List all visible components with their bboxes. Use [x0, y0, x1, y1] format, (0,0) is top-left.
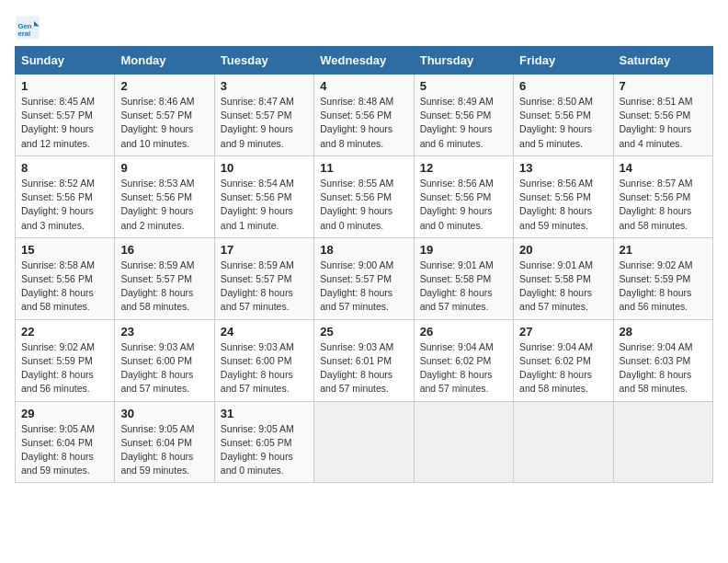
day-info: Sunrise: 8:55 AMSunset: 5:56 PMDaylight:… [320, 178, 393, 231]
calendar-cell: 24 Sunrise: 9:03 AMSunset: 6:00 PMDaylig… [214, 319, 313, 401]
calendar-cell: 20 Sunrise: 9:01 AMSunset: 5:58 PMDaylig… [514, 237, 613, 319]
calendar-cell [613, 401, 712, 483]
calendar-cell: 1 Sunrise: 8:45 AMSunset: 5:57 PMDayligh… [16, 75, 115, 156]
day-info: Sunrise: 9:03 AMSunset: 6:00 PMDaylight:… [120, 341, 194, 395]
day-info: Sunrise: 8:51 AMSunset: 5:56 PMDaylight:… [620, 96, 693, 149]
day-number: 6 [519, 79, 607, 93]
day-info: Sunrise: 9:03 AMSunset: 6:01 PMDaylight:… [320, 341, 393, 395]
day-number: 17 [221, 243, 308, 257]
calendar-header-row: SundayMondayTuesdayWednesdayThursdayFrid… [16, 47, 713, 75]
calendar-cell: 3 Sunrise: 8:47 AMSunset: 5:57 PMDayligh… [214, 75, 313, 156]
calendar-week-3: 15 Sunrise: 8:58 AMSunset: 5:56 PMDaylig… [16, 237, 713, 319]
calendar-cell: 23 Sunrise: 9:03 AMSunset: 6:00 PMDaylig… [115, 319, 214, 401]
svg-text:eral: eral [18, 29, 31, 38]
day-info: Sunrise: 9:01 AMSunset: 5:58 PMDaylight:… [420, 259, 494, 313]
calendar-cell: 31 Sunrise: 9:05 AMSunset: 6:05 PMDaylig… [214, 401, 313, 483]
day-number: 23 [120, 325, 208, 339]
calendar-cell: 18 Sunrise: 9:00 AMSunset: 5:57 PMDaylig… [314, 237, 414, 319]
day-number: 28 [620, 325, 707, 339]
calendar-cell: 4 Sunrise: 8:48 AMSunset: 5:56 PMDayligh… [314, 75, 414, 156]
calendar-cell: 9 Sunrise: 8:53 AMSunset: 5:56 PMDayligh… [115, 155, 214, 237]
day-info: Sunrise: 8:53 AMSunset: 5:56 PMDaylight:… [120, 178, 194, 231]
calendar-cell: 25 Sunrise: 9:03 AMSunset: 6:01 PMDaylig… [314, 319, 414, 401]
day-number: 27 [519, 325, 607, 339]
day-info: Sunrise: 8:46 AMSunset: 5:57 PMDaylight:… [120, 96, 194, 149]
calendar-week-5: 29 Sunrise: 9:05 AMSunset: 6:04 PMDaylig… [16, 401, 713, 483]
day-number: 4 [320, 79, 407, 93]
calendar-cell: 15 Sunrise: 8:58 AMSunset: 5:56 PMDaylig… [16, 237, 115, 319]
day-info: Sunrise: 8:47 AMSunset: 5:57 PMDaylight:… [221, 96, 294, 149]
day-info: Sunrise: 8:58 AMSunset: 5:56 PMDaylight:… [21, 259, 95, 313]
day-info: Sunrise: 8:57 AMSunset: 5:56 PMDaylight:… [620, 178, 693, 231]
day-info: Sunrise: 9:01 AMSunset: 5:58 PMDaylight:… [519, 259, 593, 313]
day-number: 16 [120, 243, 208, 257]
weekday-header-sunday: Sunday [16, 47, 115, 75]
day-info: Sunrise: 8:45 AMSunset: 5:57 PMDaylight:… [21, 96, 95, 149]
day-info: Sunrise: 9:04 AMSunset: 6:02 PMDaylight:… [420, 341, 494, 395]
day-info: Sunrise: 9:04 AMSunset: 6:03 PMDaylight:… [620, 341, 693, 395]
day-number: 13 [519, 161, 607, 175]
calendar-cell: 14 Sunrise: 8:57 AMSunset: 5:56 PMDaylig… [613, 155, 712, 237]
weekday-header-wednesday: Wednesday [314, 47, 414, 75]
logo-icon: Gen eral [15, 15, 40, 40]
calendar-cell [414, 401, 513, 483]
day-info: Sunrise: 8:54 AMSunset: 5:56 PMDaylight:… [221, 178, 294, 231]
day-number: 1 [21, 79, 108, 93]
day-number: 19 [420, 243, 507, 257]
day-number: 22 [21, 325, 108, 339]
weekday-header-monday: Monday [115, 47, 214, 75]
weekday-header-thursday: Thursday [414, 47, 513, 75]
weekday-header-friday: Friday [514, 47, 613, 75]
day-info: Sunrise: 9:05 AMSunset: 6:04 PMDaylight:… [21, 423, 95, 477]
day-number: 20 [519, 243, 607, 257]
calendar-cell: 21 Sunrise: 9:02 AMSunset: 5:59 PMDaylig… [613, 237, 712, 319]
day-info: Sunrise: 8:50 AMSunset: 5:56 PMDaylight:… [519, 96, 593, 149]
calendar-cell: 22 Sunrise: 9:02 AMSunset: 5:59 PMDaylig… [16, 319, 115, 401]
day-number: 10 [221, 161, 308, 175]
day-info: Sunrise: 9:02 AMSunset: 5:59 PMDaylight:… [620, 259, 693, 313]
day-info: Sunrise: 8:52 AMSunset: 5:56 PMDaylight:… [21, 178, 95, 231]
calendar-cell: 12 Sunrise: 8:56 AMSunset: 5:56 PMDaylig… [414, 155, 513, 237]
day-number: 11 [320, 161, 407, 175]
calendar-cell: 27 Sunrise: 9:04 AMSunset: 6:02 PMDaylig… [514, 319, 613, 401]
day-number: 9 [120, 161, 208, 175]
day-number: 7 [620, 79, 707, 93]
calendar-cell: 6 Sunrise: 8:50 AMSunset: 5:56 PMDayligh… [514, 75, 613, 156]
calendar-cell: 26 Sunrise: 9:04 AMSunset: 6:02 PMDaylig… [414, 319, 513, 401]
calendar-cell: 29 Sunrise: 9:05 AMSunset: 6:04 PMDaylig… [16, 401, 115, 483]
day-number: 18 [320, 243, 407, 257]
calendar-cell: 11 Sunrise: 8:55 AMSunset: 5:56 PMDaylig… [314, 155, 414, 237]
calendar-body: 1 Sunrise: 8:45 AMSunset: 5:57 PMDayligh… [16, 75, 713, 483]
day-number: 5 [420, 79, 507, 93]
day-number: 14 [620, 161, 707, 175]
calendar-cell: 2 Sunrise: 8:46 AMSunset: 5:57 PMDayligh… [115, 75, 214, 156]
day-info: Sunrise: 8:56 AMSunset: 5:56 PMDaylight:… [420, 178, 494, 231]
calendar-cell: 16 Sunrise: 8:59 AMSunset: 5:57 PMDaylig… [115, 237, 214, 319]
day-number: 21 [620, 243, 707, 257]
calendar-cell: 5 Sunrise: 8:49 AMSunset: 5:56 PMDayligh… [414, 75, 513, 156]
calendar-cell: 8 Sunrise: 8:52 AMSunset: 5:56 PMDayligh… [16, 155, 115, 237]
calendar-cell: 7 Sunrise: 8:51 AMSunset: 5:56 PMDayligh… [613, 75, 712, 156]
day-info: Sunrise: 8:49 AMSunset: 5:56 PMDaylight:… [420, 96, 494, 149]
weekday-header-saturday: Saturday [613, 47, 712, 75]
day-info: Sunrise: 9:03 AMSunset: 6:00 PMDaylight:… [221, 341, 294, 395]
day-number: 3 [221, 79, 308, 93]
day-info: Sunrise: 9:00 AMSunset: 5:57 PMDaylight:… [320, 259, 393, 313]
day-number: 25 [320, 325, 407, 339]
calendar-cell: 17 Sunrise: 8:59 AMSunset: 5:57 PMDaylig… [214, 237, 313, 319]
logo: Gen eral [15, 15, 44, 40]
day-number: 29 [21, 407, 108, 420]
day-info: Sunrise: 9:04 AMSunset: 6:02 PMDaylight:… [519, 341, 593, 395]
calendar-cell [514, 401, 613, 483]
day-number: 15 [21, 243, 108, 257]
calendar-cell: 10 Sunrise: 8:54 AMSunset: 5:56 PMDaylig… [214, 155, 313, 237]
day-number: 12 [420, 161, 507, 175]
day-info: Sunrise: 9:02 AMSunset: 5:59 PMDaylight:… [21, 341, 95, 395]
weekday-header-tuesday: Tuesday [214, 47, 313, 75]
calendar-cell [314, 401, 414, 483]
calendar-cell: 13 Sunrise: 8:56 AMSunset: 5:56 PMDaylig… [514, 155, 613, 237]
calendar-cell: 28 Sunrise: 9:04 AMSunset: 6:03 PMDaylig… [613, 319, 712, 401]
calendar-table: SundayMondayTuesdayWednesdayThursdayFrid… [15, 46, 713, 483]
page-header: Gen eral [15, 15, 713, 40]
calendar-week-4: 22 Sunrise: 9:02 AMSunset: 5:59 PMDaylig… [16, 319, 713, 401]
